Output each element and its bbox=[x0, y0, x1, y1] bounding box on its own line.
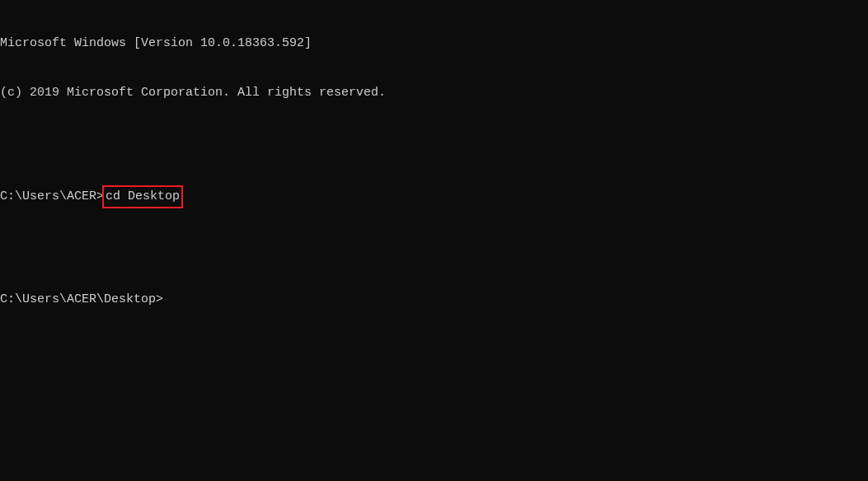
copyright-line: (c) 2019 Microsoft Corporation. All righ… bbox=[0, 85, 868, 101]
prompt-1: C:\Users\ACER> bbox=[0, 189, 104, 205]
highlighted-command: cd Desktop bbox=[102, 185, 183, 208]
blank-line bbox=[0, 135, 868, 152]
prompt-2: C:\Users\ACER\Desktop> bbox=[0, 292, 163, 306]
version-line: Microsoft Windows [Version 10.0.18363.59… bbox=[0, 35, 868, 52]
command-line-2[interactable]: C:\Users\ACER\Desktop> bbox=[0, 292, 868, 308]
command-line-1: C:\Users\ACER>cd Desktop bbox=[0, 185, 868, 208]
terminal-output[interactable]: Microsoft Windows [Version 10.0.18363.59… bbox=[0, 0, 868, 325]
blank-line bbox=[0, 242, 868, 259]
